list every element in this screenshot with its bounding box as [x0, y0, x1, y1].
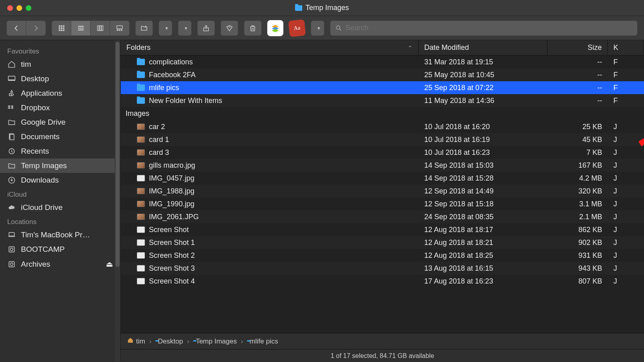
sidebar-item-downloads[interactable]: Downloads — [0, 173, 120, 187]
share-button[interactable] — [197, 21, 215, 36]
column-header-size[interactable]: Size — [547, 40, 608, 55]
cell-size: 167 KB — [547, 161, 608, 170]
table-row[interactable]: IMG_1988.jpg12 Sep 2018 at 14:49320 KBJ — [121, 185, 644, 197]
sidebar-item-google-drive[interactable]: Google Drive — [0, 115, 120, 130]
sidebar-item-tim-s-macbook-pr-[interactable]: Tim's MacBook Pr… — [0, 228, 120, 242]
table-row[interactable]: car 210 Jul 2018 at 16:2025 KBJ — [121, 120, 644, 133]
new-folder-button[interactable] — [135, 21, 153, 36]
folder-icon — [137, 97, 145, 104]
cell-name: Screen Shot 3 — [121, 264, 419, 273]
apps-icon — [7, 89, 16, 97]
forward-button[interactable] — [26, 21, 45, 35]
sidebar-item-applications[interactable]: Applications — [0, 86, 120, 101]
table-row[interactable]: Screen Shot 313 Aug 2018 at 16:15943 KBJ — [121, 262, 644, 275]
table-row[interactable]: IMG_2061.JPG24 Sep 2018 at 08:352.1 MBJ — [121, 210, 644, 223]
app-icon-dictionary[interactable]: Aa — [288, 19, 306, 37]
cell-kind: J — [608, 136, 644, 144]
column-header-kind[interactable]: K — [608, 40, 644, 55]
table-row[interactable]: mlife pics25 Sep 2018 at 07:22--F — [121, 81, 644, 94]
disk-icon — [7, 260, 16, 268]
app-icon-stack[interactable] — [267, 20, 283, 36]
breadcrumb-item[interactable]: Desktop — [155, 337, 183, 346]
sidebar-item-icloud-drive[interactable]: iCloud Drive — [0, 200, 120, 215]
search-field[interactable] — [330, 21, 638, 36]
tags-button[interactable] — [221, 21, 238, 36]
table-row[interactable]: Screen Shot12 Aug 2018 at 18:17862 KBJ — [121, 223, 644, 236]
cell-size: 862 KB — [547, 226, 608, 234]
fullscreen-window-button[interactable] — [26, 5, 31, 11]
downloads-icon — [7, 176, 16, 184]
table-row[interactable]: Facebook 2FA25 May 2018 at 10:45--F — [121, 68, 644, 81]
sidebar-item-dropbox[interactable]: Dropbox — [0, 101, 120, 115]
toolbar: ▾ ▾ Aa ▾ — [0, 16, 644, 40]
cell-date: 12 Aug 2018 at 18:21 — [419, 239, 547, 247]
breadcrumb-item[interactable]: tim — [127, 337, 145, 346]
chevron-right-icon: › — [187, 337, 190, 346]
back-button[interactable] — [7, 21, 26, 35]
cell-name: IMG_2061.JPG — [121, 213, 419, 221]
svg-point-38 — [10, 248, 13, 251]
table-row[interactable]: gills macro.jpg14 Sep 2018 at 15:03167 K… — [121, 159, 644, 172]
table-row[interactable]: card 310 Jul 2018 at 16:237 KBJ — [121, 146, 644, 159]
icon-view-button[interactable] — [52, 21, 71, 35]
sidebar-item-label: Recents — [21, 147, 49, 156]
svg-rect-35 — [9, 232, 14, 236]
sidebar-item-temp-images[interactable]: Temp Images — [0, 158, 120, 173]
column-view-button[interactable] — [91, 21, 110, 35]
cell-date: 12 Aug 2018 at 18:25 — [419, 251, 547, 260]
svg-rect-10 — [78, 28, 84, 29]
breadcrumb-item[interactable]: Temp Images — [193, 337, 237, 346]
cell-kind: J — [608, 174, 644, 183]
cell-kind: J — [608, 200, 644, 208]
eject-icon[interactable]: ⏏ — [106, 259, 113, 269]
sidebar-item-tim[interactable]: tim — [0, 57, 120, 72]
svg-rect-4 — [61, 27, 62, 29]
breadcrumb-item[interactable]: mlife pics — [247, 337, 278, 346]
file-name: gills macro.jpg — [149, 161, 195, 170]
cell-size: 943 KB — [547, 264, 608, 273]
cell-size: 4.2 MB — [547, 174, 608, 183]
cell-name: complications — [121, 58, 419, 66]
svg-rect-0 — [59, 25, 60, 27]
delete-button[interactable] — [244, 21, 262, 36]
list-view-button[interactable] — [71, 21, 91, 35]
sidebar-item-desktop[interactable]: Desktop — [0, 72, 120, 86]
breadcrumb-label: mlife pics — [250, 337, 278, 346]
sidebar-item-bootcamp[interactable]: BOOTCAMP — [0, 242, 120, 257]
gallery-view-button[interactable] — [110, 21, 129, 35]
dropbox-menu-button[interactable]: ▾ — [311, 21, 324, 36]
disk-icon — [7, 245, 16, 253]
column-header-date[interactable]: Date Modified — [419, 40, 547, 55]
cell-size: 2.1 MB — [547, 213, 608, 221]
sidebar-item-documents[interactable]: Documents — [0, 130, 120, 144]
file-thumb-icon — [137, 239, 145, 246]
svg-rect-37 — [9, 247, 14, 252]
minimize-window-button[interactable] — [17, 5, 22, 11]
table-row[interactable]: New Folder With Items11 May 2018 at 14:3… — [121, 94, 644, 107]
close-window-button[interactable] — [7, 5, 13, 11]
file-name: card 3 — [149, 148, 169, 157]
group-by-button[interactable]: ▾ — [159, 21, 172, 36]
action-menu-button[interactable]: ▾ — [178, 21, 192, 36]
cell-name: New Folder With Items — [121, 97, 419, 105]
sidebar-item-archives[interactable]: Archives⏏ — [0, 257, 120, 272]
table-row[interactable]: IMG_0457.jpg14 Sep 2018 at 15:284.2 MBJ — [121, 172, 644, 185]
table-row[interactable]: IMG_1990.jpg12 Sep 2018 at 15:183.1 MBJ — [121, 197, 644, 210]
svg-rect-39 — [9, 261, 14, 267]
file-thumb-icon — [137, 188, 145, 194]
sidebar-scrollbar[interactable] — [115, 40, 120, 362]
view-mode-buttons — [52, 21, 130, 36]
svg-rect-8 — [63, 29, 64, 31]
table-row[interactable]: complications31 Mar 2018 at 19:15--F — [121, 56, 644, 68]
table-row[interactable]: Screen Shot 417 Aug 2018 at 16:23807 KBJ — [121, 275, 644, 288]
sidebar-item-recents[interactable]: Recents — [0, 144, 120, 158]
table-row[interactable]: Screen Shot 112 Aug 2018 at 18:21902 KBJ — [121, 236, 644, 249]
svg-rect-6 — [59, 29, 60, 31]
table-row[interactable]: card 110 Jul 2018 at 16:1945 KBJ — [121, 133, 644, 146]
search-input[interactable] — [345, 24, 632, 32]
svg-rect-9 — [78, 26, 84, 27]
column-header-name[interactable]: Folders ⌃ — [121, 40, 419, 55]
table-row[interactable]: Screen Shot 212 Aug 2018 at 18:25931 KBJ — [121, 249, 644, 262]
file-name: Screen Shot 4 — [149, 277, 195, 286]
scrollbar-thumb[interactable] — [116, 42, 120, 267]
